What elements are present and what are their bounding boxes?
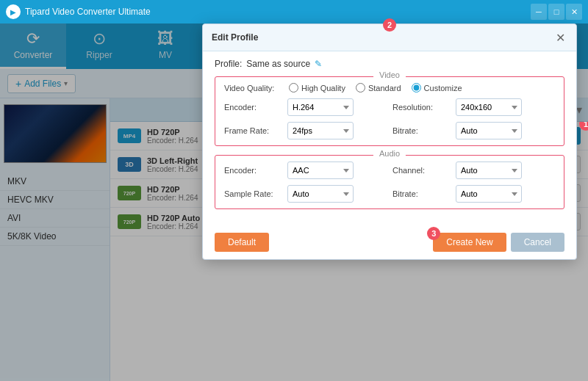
modal-title: Edit Profile xyxy=(212,32,258,43)
resolution-half: Resolution: 240x160 xyxy=(392,98,555,116)
audio-encoder-label: Encoder: xyxy=(224,166,283,175)
video-quality-label: Video Quality: xyxy=(224,84,283,92)
quality-high-radio[interactable] xyxy=(289,83,298,92)
encoder-half: Encoder: H.264 xyxy=(224,98,387,116)
title-bar-left: ▶ Tipard Video Converter Ultimate xyxy=(6,4,151,19)
create-new-button[interactable]: Create New xyxy=(433,233,506,252)
default-button[interactable]: Default xyxy=(215,233,269,252)
audio-encoder-half: Encoder: AAC xyxy=(224,162,387,179)
resolution-select[interactable]: 240x160 xyxy=(456,98,522,116)
resolution-label: Resolution: xyxy=(392,103,451,112)
quality-customize-radio[interactable] xyxy=(412,83,421,92)
modal-footer: Default Create New 3 Cancel xyxy=(203,225,576,259)
framerate-half: Frame Rate: 24fps xyxy=(224,122,387,139)
audio-encoder-select[interactable]: AAC xyxy=(287,162,354,179)
main-content: MKV HEVC MKV AVI 5K/8K Video MP4 ▾ MP4 H… xyxy=(0,98,588,381)
badge-2: 2 xyxy=(383,18,396,32)
profile-label: Profile: xyxy=(215,59,242,69)
video-section-label: Video xyxy=(373,70,406,79)
app-title: Tipard Video Converter Ultimate xyxy=(25,7,151,17)
sample-rate-half: Sample Rate: Auto xyxy=(224,185,387,203)
quality-standard-radio[interactable] xyxy=(356,83,365,92)
sample-rate-label: Sample Rate: xyxy=(224,189,283,198)
video-bitrate-select[interactable]: Auto xyxy=(456,122,522,139)
cancel-button[interactable]: Cancel xyxy=(511,233,564,252)
sample-rate-select[interactable]: Auto xyxy=(287,185,354,203)
quality-standard[interactable]: Standard xyxy=(356,83,401,92)
channel-label: Channel: xyxy=(392,166,451,175)
quality-high[interactable]: High Quality xyxy=(289,83,345,92)
close-button[interactable]: ✕ xyxy=(566,4,582,20)
button-group: Create New 3 Cancel xyxy=(433,233,564,252)
minimize-button[interactable]: ─ xyxy=(531,4,547,20)
sample-rate-bitrate-row: Sample Rate: Auto Bitrate: Auto xyxy=(224,185,555,203)
logo-icon: ▶ xyxy=(10,8,16,16)
audio-bitrate-label: Bitrate: xyxy=(392,189,451,198)
frame-rate-select[interactable]: 24fps xyxy=(287,122,354,139)
video-bitrate-label: Bitrate: xyxy=(392,126,451,135)
channel-half: Channel: Auto xyxy=(392,162,555,179)
audio-section-label: Audio xyxy=(373,149,406,158)
edit-icon[interactable]: ✎ xyxy=(315,59,322,69)
bitrate-half: Bitrate: Auto xyxy=(392,122,555,139)
title-bar-controls: ─ □ ✕ xyxy=(531,4,582,20)
quality-customize[interactable]: Customize xyxy=(412,83,462,92)
video-quality-row: Video Quality: High Quality Standard xyxy=(224,83,555,92)
audio-bitrate-half: Bitrate: Auto xyxy=(392,185,555,203)
audio-encoder-channel-row: Encoder: AAC Channel: Auto xyxy=(224,162,555,179)
audio-bitrate-select[interactable]: Auto xyxy=(456,185,522,203)
edit-profile-dialog: Edit Profile ✕ 2 Profile: Same as source… xyxy=(202,23,577,260)
modal-close-button[interactable]: ✕ xyxy=(553,30,567,45)
modal-header: Edit Profile ✕ 2 xyxy=(203,24,576,51)
modal-overlay: Edit Profile ✕ 2 Profile: Same as source… xyxy=(0,23,588,381)
framerate-bitrate-row: Frame Rate: 24fps Bitrate: Auto xyxy=(224,122,555,139)
frame-rate-label: Frame Rate: xyxy=(224,126,283,135)
video-section: Video Video Quality: High Quality Standa… xyxy=(215,76,564,146)
encoder-label: Encoder: xyxy=(224,103,283,112)
maximize-button[interactable]: □ xyxy=(548,4,564,20)
profile-value: Same as source xyxy=(246,59,310,69)
encoder-resolution-row: Encoder: H.264 Resolution: 240x160 xyxy=(224,98,555,116)
encoder-select[interactable]: H.264 xyxy=(287,98,354,116)
channel-select[interactable]: Auto xyxy=(456,162,522,179)
video-quality-options: High Quality Standard Customize xyxy=(289,83,462,92)
app-logo: ▶ xyxy=(6,4,21,19)
audio-section: Audio Encoder: AAC Channel: Auto xyxy=(215,155,564,209)
title-bar: ▶ Tipard Video Converter Ultimate ─ □ ✕ xyxy=(0,0,588,23)
profile-line: Profile: Same as source ✎ xyxy=(215,59,564,69)
modal-body: Profile: Same as source ✎ Video Video Qu… xyxy=(203,51,576,225)
